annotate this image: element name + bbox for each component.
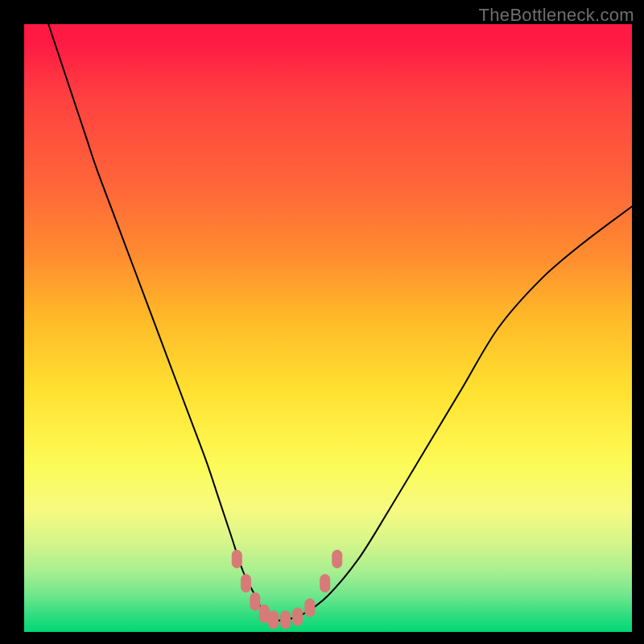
curve-marker <box>281 611 291 629</box>
curve-marker <box>269 611 279 629</box>
curve-marker <box>250 592 260 610</box>
curve-marker <box>332 550 342 568</box>
curve-marker <box>259 605 269 622</box>
watermark-text: TheBottleneck.com <box>479 5 634 26</box>
curve-marker <box>320 575 330 592</box>
bottleneck-curve <box>48 24 632 621</box>
curve-marker <box>305 599 315 617</box>
curve-marker <box>242 575 251 592</box>
curve-marker <box>232 550 242 568</box>
marker-group <box>232 550 342 629</box>
chart-svg <box>24 24 632 632</box>
chart-frame: TheBottleneck.com <box>0 0 644 644</box>
plot-area <box>24 24 632 632</box>
curve-marker <box>293 608 303 625</box>
